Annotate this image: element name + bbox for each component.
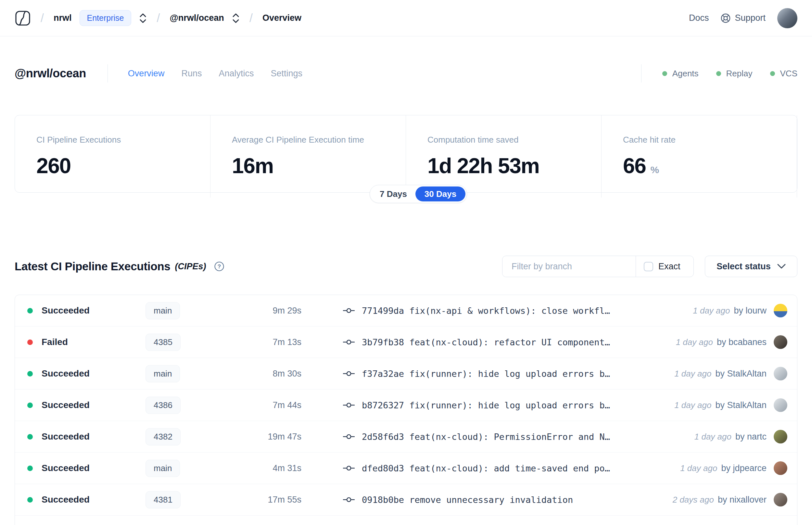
author-avatar bbox=[774, 367, 787, 380]
cipe-row[interactable]: Failed 4385 7m 13s 3b79fb38 feat(nx-clou… bbox=[15, 327, 797, 358]
commit-message: remove unnecessary invalidation bbox=[409, 495, 573, 505]
breadcrumb-org[interactable]: nrwl bbox=[53, 13, 72, 23]
time-ago: 1 day ago bbox=[693, 306, 730, 316]
commit-hash: 2d58f6d3 bbox=[362, 432, 404, 442]
row-meta: 1 day ago by StalkAltan bbox=[674, 367, 787, 380]
duration: 9m 29s bbox=[218, 306, 302, 316]
commit-cell: 0918b0be remove unnecessary invalidation bbox=[343, 495, 673, 505]
tab-overview[interactable]: Overview bbox=[128, 69, 165, 79]
status-select-button[interactable]: Select status bbox=[705, 256, 797, 277]
status-dot-icon bbox=[27, 308, 33, 314]
duration: 7m 44s bbox=[218, 400, 302, 410]
exact-toggle[interactable]: Exact bbox=[636, 256, 693, 277]
cipe-row[interactable]: Succeeded main 4m 31s dfed80d3 feat(nx-c… bbox=[15, 452, 797, 484]
chevron-up-down-icon bbox=[232, 13, 240, 24]
commit-text: 3b79fb38 feat(nx-cloud): refactor UI com… bbox=[362, 337, 610, 347]
exact-checkbox[interactable] bbox=[644, 262, 653, 271]
cipe-row[interactable]: Succeeded main 8m 30s f37a32ae fix(runne… bbox=[15, 358, 797, 390]
stat-ci-pipeline-executions: CI Pipeline Executions 260 bbox=[15, 115, 211, 197]
commit-hash: 771499da bbox=[362, 306, 404, 316]
row-meta: 1 day ago by nartc bbox=[694, 430, 787, 444]
status-label: Replay bbox=[726, 69, 753, 79]
stat-label: Cache hit rate bbox=[623, 135, 775, 145]
git-commit-icon bbox=[343, 339, 355, 346]
time-ago: 1 day ago bbox=[676, 337, 713, 347]
stat-label: CI Pipeline Executions bbox=[36, 135, 189, 145]
cipe-row[interactable]: Succeeded 4381 17m 55s 0918b0be remove u… bbox=[15, 484, 797, 515]
stat-label: Computation time saved bbox=[427, 135, 580, 145]
duration: 4m 31s bbox=[218, 463, 302, 473]
cipes-controls: Exact Select status bbox=[502, 256, 797, 277]
chevron-down-icon bbox=[777, 264, 786, 269]
help-icon[interactable]: ? bbox=[214, 261, 225, 272]
date-range-toggle: 7 Days 30 Days bbox=[370, 185, 467, 203]
commit-hash: b8726327 bbox=[362, 400, 404, 410]
author: by lourw bbox=[734, 306, 767, 316]
range-7-days-button[interactable]: 7 Days bbox=[371, 189, 415, 199]
range-30-days-button[interactable]: 30 Days bbox=[415, 186, 465, 201]
commit-hash: f37a32ae bbox=[362, 369, 404, 379]
status-dot-icon bbox=[27, 371, 33, 376]
commit-message: fix(nx-api & workflows): close workfl… bbox=[409, 306, 610, 316]
tab-analytics[interactable]: Analytics bbox=[219, 69, 254, 79]
breadcrumb-workspace[interactable]: @nrwl/ocean bbox=[170, 13, 224, 23]
support-link[interactable]: Support bbox=[720, 13, 766, 24]
commit-cell: dfed80d3 feat(nx-cloud): add time-saved … bbox=[343, 463, 680, 473]
commit-hash: 0918b0be bbox=[362, 495, 404, 505]
commit-message: feat(nx-cloud): add time-saved end po… bbox=[409, 463, 610, 473]
time-ago: 1 day ago bbox=[694, 432, 732, 442]
cipes-title: Latest CI Pipeline Executions bbox=[15, 260, 170, 273]
status-label: Agents bbox=[672, 69, 699, 79]
tab-settings[interactable]: Settings bbox=[271, 69, 302, 79]
author: by nartc bbox=[735, 432, 767, 442]
cipe-status: Failed bbox=[42, 337, 145, 347]
author-avatar bbox=[774, 304, 787, 317]
commit-message: fix(runner): hide log upload errors b… bbox=[409, 400, 610, 410]
stat-value: 66 bbox=[623, 153, 646, 178]
status-dot-icon bbox=[27, 340, 33, 345]
cipe-row[interactable]: Succeeded main 9m 29s 771499da fix(nx-ap… bbox=[15, 295, 797, 327]
branch-filter-group: Exact bbox=[502, 256, 694, 277]
org-switcher-button[interactable] bbox=[139, 13, 147, 24]
git-commit-icon bbox=[343, 465, 355, 472]
commit-message: fix(runner): hide log upload errors b… bbox=[409, 369, 610, 379]
row-meta: 1 day ago by jdpearce bbox=[680, 461, 787, 475]
status-label: VCS bbox=[780, 69, 797, 79]
author: by nixallover bbox=[718, 495, 767, 505]
author: by jdpearce bbox=[721, 463, 767, 473]
cipe-status: Succeeded bbox=[42, 400, 145, 410]
chevron-up-down-icon bbox=[139, 13, 147, 24]
cipes-table: Succeeded main 9m 29s 771499da fix(nx-ap… bbox=[15, 295, 797, 525]
breadcrumb-page: Overview bbox=[262, 13, 302, 23]
cipes-title-suffix: (CIPEs) bbox=[175, 261, 206, 272]
branch-badge: 4386 bbox=[145, 397, 181, 414]
cipe-row[interactable]: Succeeded 4382 19m 47s 2d58f6d3 feat(nx-… bbox=[15, 421, 797, 452]
stat-label: Average CI Pipeline Execution time bbox=[232, 135, 384, 145]
git-commit-icon bbox=[343, 433, 355, 440]
status-replay[interactable]: Replay bbox=[716, 69, 753, 79]
branch-badge: 4381 bbox=[145, 491, 181, 508]
enterprise-badge[interactable]: Enterprise bbox=[80, 10, 132, 26]
nx-cloud-logo[interactable] bbox=[15, 10, 31, 26]
page-title: @nrwl/ocean bbox=[15, 66, 86, 80]
commit-hash: 3b79fb38 bbox=[362, 337, 404, 347]
stat-value: 1d 22h 53m bbox=[427, 153, 539, 178]
time-ago: 1 day ago bbox=[680, 463, 717, 473]
workspace-switcher-button[interactable] bbox=[232, 13, 240, 24]
branch-filter-input[interactable] bbox=[503, 256, 636, 277]
docs-link[interactable]: Docs bbox=[689, 13, 709, 23]
status-dot-icon bbox=[27, 497, 33, 502]
status-agents[interactable]: Agents bbox=[662, 69, 699, 79]
divider bbox=[641, 64, 642, 82]
user-avatar[interactable] bbox=[777, 8, 797, 28]
row-meta: 1 day ago by bcabanes bbox=[676, 335, 787, 349]
status-vcs[interactable]: VCS bbox=[770, 69, 797, 79]
cipe-status: Succeeded bbox=[42, 494, 145, 505]
online-dot-icon bbox=[770, 71, 775, 76]
commit-text: b8726327 fix(runner): hide log upload er… bbox=[362, 400, 610, 410]
cipes-section-header: Latest CI Pipeline Executions (CIPEs) ? … bbox=[15, 256, 797, 277]
cipe-row[interactable]: Succeeded 4386 7m 44s b8726327 fix(runne… bbox=[15, 390, 797, 421]
branch-badge: main bbox=[145, 460, 180, 477]
cipe-status: Succeeded bbox=[42, 432, 145, 442]
tab-runs[interactable]: Runs bbox=[181, 69, 202, 79]
